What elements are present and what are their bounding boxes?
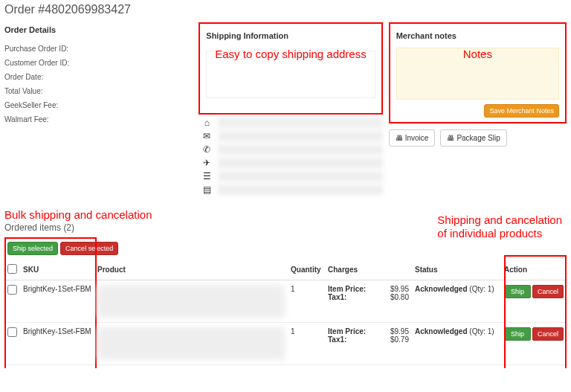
redacted — [218, 118, 382, 128]
redacted — [218, 171, 382, 181]
col-sku: SKU — [20, 260, 94, 280]
cell-sku: BrightKey-1Set-FBM — [20, 280, 94, 323]
merchant-notes-panel: Merchant notes Notes Save Merchant Notes — [389, 22, 567, 123]
ship-button[interactable]: Ship — [504, 327, 531, 341]
detail-label: Order Date: — [4, 70, 75, 84]
shipping-info-panel: Shipping Information Easy to copy shippi… — [199, 22, 382, 115]
list-icon: ☰ — [199, 171, 215, 181]
print-icon: 🖶 — [447, 134, 454, 142]
ship-selected-button[interactable]: Ship selected — [7, 242, 58, 255]
cell-qty: 1 — [288, 323, 325, 365]
save-merchant-notes-button[interactable]: Save Merchant Notes — [484, 104, 559, 118]
cell-charge-values: $9.95 $0.79 — [381, 323, 412, 365]
order-details-heading: Order Details — [4, 22, 193, 42]
cell-product — [94, 323, 288, 365]
detail-label: Purchase Order ID: — [4, 42, 75, 56]
print-icon: 🖶 — [396, 134, 403, 142]
col-action: Action — [501, 260, 567, 280]
detail-label: Walmart Fee: — [4, 112, 75, 126]
invoice-label: Invoice — [405, 134, 429, 142]
annotation-notes: Notes — [390, 48, 565, 60]
cancel-selected-button[interactable]: Cancel selected — [60, 242, 118, 255]
envelope-icon: ✉ — [199, 131, 215, 141]
shipping-heading: Shipping Information — [206, 28, 375, 48]
annotation-shipping: Easy to copy shipping address — [209, 48, 372, 60]
redacted — [218, 158, 382, 168]
col-status: Status — [412, 260, 501, 280]
table-row: BrightKey-1Set-FBM 1 Item Price: Tax1: $… — [4, 280, 567, 323]
ordered-items-block: Shipping and cancelationof individual pr… — [4, 237, 567, 365]
col-product: Product — [94, 260, 288, 280]
cancel-button[interactable]: Cancel — [532, 285, 564, 298]
phone-icon: ✆ — [199, 144, 215, 155]
detail-label: Total Value: — [4, 84, 75, 98]
cell-product — [94, 280, 288, 323]
slip-label: Package Slip — [457, 134, 500, 142]
detail-label: Customer Order ID: — [4, 56, 75, 70]
row-checkbox[interactable] — [7, 327, 17, 337]
package-slip-button[interactable]: 🖶Package Slip — [440, 129, 506, 147]
cell-charge-labels: Item Price: Tax1: — [325, 280, 381, 323]
notes-heading: Merchant notes — [396, 28, 559, 48]
order-title: Order #4802069983427 — [4, 3, 567, 16]
ordered-items-table: SKU Product Quantity Charges Status Acti… — [4, 260, 567, 365]
invoice-button[interactable]: 🖶Invoice — [389, 129, 436, 147]
cell-qty: 1 — [288, 280, 325, 323]
col-quantity: Quantity — [288, 260, 325, 280]
cell-status: Acknowledged (Qty: 1) — [412, 323, 501, 365]
table-row: BrightKey-1Set-FBM 1 Item Price: Tax1: $… — [4, 323, 567, 365]
redacted — [218, 144, 382, 155]
select-all-checkbox[interactable] — [7, 264, 17, 274]
cell-sku: BrightKey-1Set-FBM — [20, 323, 94, 365]
redacted — [218, 184, 382, 195]
redacted — [218, 131, 382, 141]
row-checkbox[interactable] — [7, 285, 17, 295]
plane-icon: ✈ — [199, 158, 215, 168]
cell-charge-values: $9.95 $0.80 — [381, 280, 412, 323]
cancel-button[interactable]: Cancel — [532, 327, 564, 341]
calendar-icon: ▤ — [199, 184, 215, 195]
detail-label: GeekSeller Fee: — [4, 98, 75, 112]
cell-status: Acknowledged (Qty: 1) — [412, 280, 501, 323]
cell-charge-labels: Item Price: Tax1: — [325, 323, 381, 365]
ship-button[interactable]: Ship — [504, 285, 531, 298]
order-details-panel: Order Details Purchase Order ID: Custome… — [4, 22, 193, 196]
annotation-individual: Shipping and cancelationof individual pr… — [437, 213, 562, 240]
home-icon: ⌂ — [199, 118, 215, 128]
col-charges: Charges — [325, 260, 412, 280]
